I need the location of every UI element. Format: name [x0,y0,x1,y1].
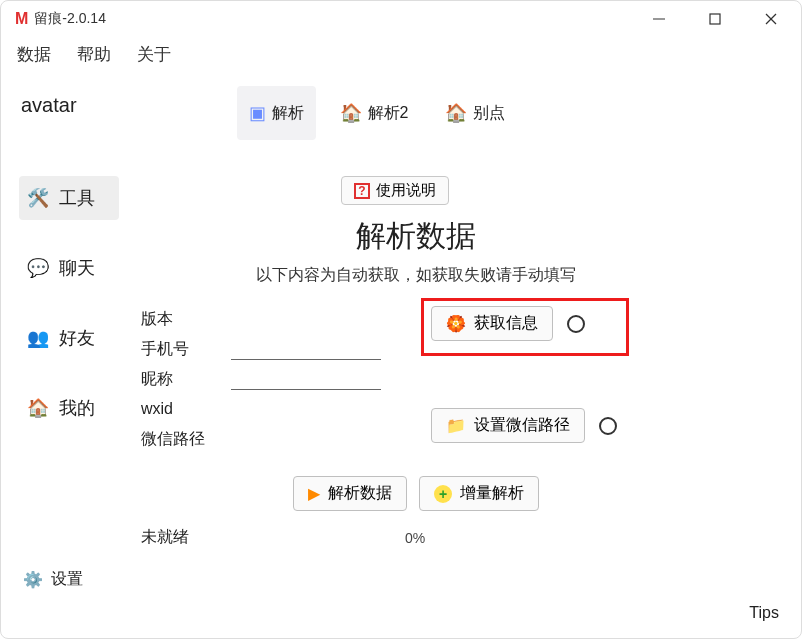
set-wechat-path-button[interactable]: 📁 设置微信路径 [431,408,585,443]
avatar-label: avatar [21,94,77,117]
radio-set-path[interactable] [599,417,617,435]
tab-parse[interactable]: ▣ 解析 [237,86,316,140]
button-label: 解析数据 [328,483,392,504]
label-version: 版本 [141,309,231,330]
house-icon: 🏠 [27,397,49,419]
plus-icon: + [434,485,452,503]
help-button-label: 使用说明 [376,181,436,200]
sidebar-item-tools[interactable]: 🛠️ 工具 [19,176,119,220]
question-icon: ? [354,183,370,199]
tab-label: 解析 [272,103,304,124]
window-title: 留痕-2.0.14 [34,10,106,28]
tab-label: 别点 [473,103,505,124]
svg-rect-1 [710,14,720,24]
maximize-button[interactable] [701,5,729,33]
parse-data-button[interactable]: ▶ 解析数据 [293,476,407,511]
minimize-button[interactable] [645,5,673,33]
chat-icon: 💬 [27,257,49,279]
tools-icon: 🛠️ [27,187,49,209]
button-label: 设置微信路径 [474,415,570,436]
sidebar-item-label: 聊天 [59,256,95,280]
menu-data[interactable]: 数据 [13,41,55,68]
phone-input[interactable] [231,338,381,360]
friends-icon: 👥 [27,327,49,349]
label-nickname: 昵称 [141,369,231,390]
sidebar-item-chat[interactable]: 💬 聊天 [19,246,141,290]
settings-link[interactable]: ⚙️ 设置 [23,569,83,590]
progress-text: 0% [189,530,641,546]
close-button[interactable] [757,5,785,33]
button-label: 增量解析 [460,483,524,504]
get-info-button[interactable]: 🏵️ 获取信息 [431,306,553,341]
folder-icon: 📁 [446,416,466,435]
play-icon: ▶ [308,484,320,503]
tab-label: 解析2 [368,103,409,124]
button-label: 获取信息 [474,313,538,334]
sidebar-item-friends[interactable]: 👥 好友 [19,316,141,360]
label-phone: 手机号 [141,339,231,360]
sidebar-item-label: 我的 [59,396,95,420]
tab-parse2[interactable]: 🏠 解析2 [328,86,421,140]
status-label: 未就绪 [141,527,189,548]
house-icon: 🏠 [340,102,362,124]
settings-label: 设置 [51,569,83,590]
sidebar-item-label: 好友 [59,326,95,350]
app-logo: M [15,10,28,28]
tips-link[interactable]: Tips [749,604,779,622]
label-wxpath: 微信路径 [141,429,231,450]
sidebar-item-label: 工具 [59,186,95,210]
page-subtitle: 以下内容为自动获取，如获取失败请手动填写 [141,265,691,286]
cube-icon: ▣ [249,102,266,124]
sidebar-item-mine[interactable]: 🏠 我的 [19,386,141,430]
house-icon: 🏠 [445,102,467,124]
menu-about[interactable]: 关于 [133,41,175,68]
tab-dont-click[interactable]: 🏠 别点 [433,86,517,140]
badge-icon: 🏵️ [446,314,466,333]
menu-help[interactable]: 帮助 [73,41,115,68]
gear-icon: ⚙️ [23,570,43,589]
page-title: 解析数据 [141,216,691,257]
radio-get-info[interactable] [567,315,585,333]
nickname-input[interactable] [231,368,381,390]
label-wxid: wxid [141,400,231,418]
help-button[interactable]: ? 使用说明 [341,176,449,205]
incremental-parse-button[interactable]: + 增量解析 [419,476,539,511]
